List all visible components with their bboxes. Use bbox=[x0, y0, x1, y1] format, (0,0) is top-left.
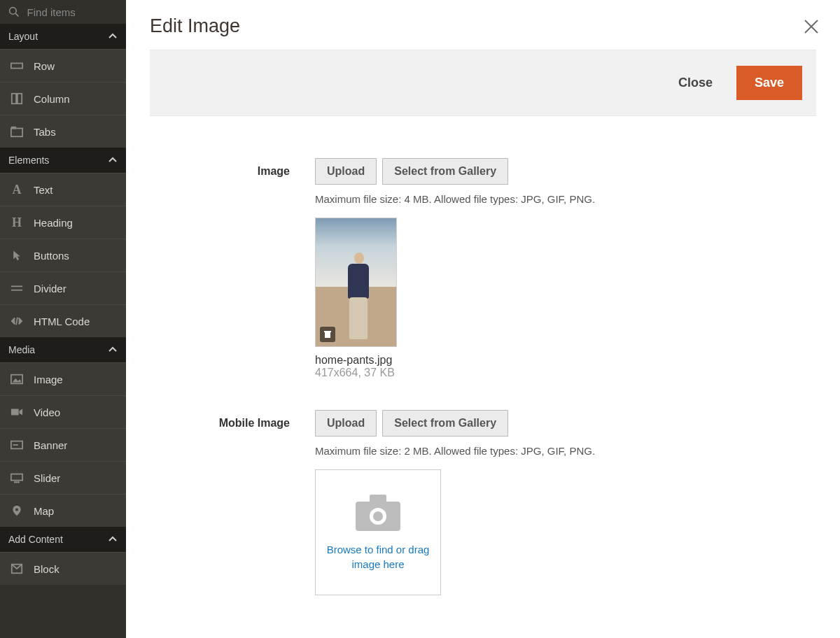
code-icon bbox=[10, 314, 24, 328]
svg-rect-28 bbox=[370, 495, 386, 504]
hint-mobile: Maximum file size: 2 MB. Allowed file ty… bbox=[315, 445, 812, 457]
section-label: Layout bbox=[8, 31, 38, 42]
block-icon bbox=[10, 562, 24, 576]
slider-icon bbox=[10, 471, 24, 485]
sidebar-item-image[interactable]: Image bbox=[0, 362, 126, 395]
chevron-up-icon bbox=[108, 534, 118, 544]
sidebar-item-label: Heading bbox=[34, 217, 73, 229]
close-button[interactable]: Close bbox=[678, 76, 713, 90]
sidebar-item-label: Text bbox=[34, 184, 53, 196]
sidebar-item-label: HTML Code bbox=[34, 316, 90, 327]
section-header-addcontent[interactable]: Add Content bbox=[0, 527, 126, 552]
sidebar-item-block[interactable]: Block bbox=[0, 552, 126, 585]
gallery-button-mobile[interactable]: Select from Gallery bbox=[382, 410, 508, 437]
svg-marker-7 bbox=[13, 251, 20, 261]
sidebar-item-banner[interactable]: Banner bbox=[0, 428, 126, 461]
save-button[interactable]: Save bbox=[736, 66, 802, 100]
cursor-icon bbox=[10, 248, 24, 262]
sidebar-item-tabs[interactable]: Tabs bbox=[0, 115, 126, 148]
svg-point-30 bbox=[373, 511, 383, 521]
delete-image-icon[interactable] bbox=[320, 327, 335, 342]
svg-point-21 bbox=[15, 508, 18, 511]
svg-point-20 bbox=[18, 481, 20, 483]
camera-icon bbox=[354, 493, 402, 534]
svg-rect-6 bbox=[11, 127, 16, 129]
sidebar-item-label: Banner bbox=[34, 439, 67, 451]
form-area: Image Upload Select from Gallery Maximum… bbox=[126, 116, 840, 638]
svg-point-18 bbox=[14, 481, 16, 483]
upload-button-mobile[interactable]: Upload bbox=[315, 410, 377, 437]
sidebar-item-label: Slider bbox=[34, 472, 60, 484]
svg-rect-17 bbox=[11, 474, 22, 481]
sidebar-item-row[interactable]: Row bbox=[0, 49, 126, 82]
map-pin-icon bbox=[10, 504, 24, 518]
close-icon[interactable] bbox=[804, 19, 819, 34]
svg-line-1 bbox=[16, 13, 19, 16]
field-label-image: Image bbox=[154, 158, 315, 379]
panel-title: Edit Image bbox=[150, 15, 240, 37]
section-label: Media bbox=[8, 344, 35, 355]
sidebar-item-map[interactable]: Map bbox=[0, 494, 126, 527]
image-icon bbox=[10, 372, 24, 386]
svg-point-19 bbox=[16, 481, 18, 483]
svg-rect-3 bbox=[12, 94, 16, 104]
file-meta: 417x664, 37 KB bbox=[315, 367, 812, 379]
sidebar-item-label: Block bbox=[34, 563, 59, 575]
dropzone-text: Browse to find or drag image here bbox=[326, 543, 430, 572]
action-bar: Close Save bbox=[150, 50, 816, 116]
search-icon bbox=[8, 5, 20, 19]
sidebar-item-label: Image bbox=[34, 374, 63, 385]
file-name: home-pants.jpg bbox=[315, 354, 812, 367]
divider-icon bbox=[10, 281, 24, 295]
svg-rect-4 bbox=[18, 94, 22, 104]
tabs-icon bbox=[10, 125, 24, 139]
svg-marker-12 bbox=[13, 378, 22, 382]
search-input[interactable] bbox=[27, 6, 118, 18]
section-header-elements[interactable]: Elements bbox=[0, 148, 126, 173]
field-image: Image Upload Select from Gallery Maximum… bbox=[154, 158, 812, 379]
banner-icon bbox=[10, 438, 24, 452]
sidebar-item-label: Column bbox=[34, 93, 70, 105]
section-header-media[interactable]: Media bbox=[0, 337, 126, 362]
hint-image: Maximum file size: 4 MB. Allowed file ty… bbox=[315, 193, 812, 205]
section-header-layout[interactable]: Layout bbox=[0, 24, 126, 49]
heading-icon: H bbox=[10, 215, 24, 229]
sidebar-item-slider[interactable]: Slider bbox=[0, 461, 126, 494]
edit-image-panel: Edit Image Close Save Image Upload Selec… bbox=[126, 0, 840, 638]
sidebar-item-label: Buttons bbox=[34, 250, 69, 262]
video-icon bbox=[10, 405, 24, 419]
svg-line-10 bbox=[16, 318, 18, 325]
sidebar-item-column[interactable]: Column bbox=[0, 82, 126, 115]
gallery-button-image[interactable]: Select from Gallery bbox=[382, 158, 508, 185]
sidebar-item-label: Video bbox=[34, 406, 60, 418]
mobile-dropzone[interactable]: Browse to find or drag image here bbox=[315, 469, 441, 595]
sidebar-item-label: Map bbox=[34, 505, 54, 517]
upload-button-image[interactable]: Upload bbox=[315, 158, 377, 185]
sidebar-item-label: Tabs bbox=[34, 126, 56, 138]
sidebar-item-text[interactable]: A Text bbox=[0, 173, 126, 206]
chevron-up-icon bbox=[108, 155, 118, 165]
chevron-up-icon bbox=[108, 31, 118, 41]
row-icon bbox=[10, 59, 24, 73]
svg-rect-26 bbox=[324, 331, 331, 332]
search-row bbox=[0, 0, 126, 24]
sidebar-item-heading[interactable]: H Heading bbox=[0, 206, 126, 239]
svg-rect-13 bbox=[11, 409, 19, 416]
field-label-mobile: Mobile Image bbox=[154, 410, 315, 595]
sidebar-item-htmlcode[interactable]: HTML Code bbox=[0, 304, 126, 337]
field-mobile-image: Mobile Image Upload Select from Gallery … bbox=[154, 410, 812, 595]
title-row: Edit Image bbox=[126, 0, 840, 50]
sidebar-item-divider[interactable]: Divider bbox=[0, 271, 126, 304]
svg-point-0 bbox=[10, 8, 17, 15]
image-preview[interactable] bbox=[315, 218, 397, 347]
sidebar-item-buttons[interactable]: Buttons bbox=[0, 239, 126, 271]
svg-rect-5 bbox=[11, 129, 22, 137]
section-label: Elements bbox=[8, 155, 49, 166]
sidebar-item-label: Row bbox=[34, 60, 55, 72]
sidebar-item-label: Divider bbox=[34, 283, 66, 295]
section-label: Add Content bbox=[8, 534, 63, 545]
text-icon: A bbox=[10, 183, 24, 197]
svg-rect-16 bbox=[13, 444, 18, 446]
sidebar-item-video[interactable]: Video bbox=[0, 395, 126, 428]
chevron-up-icon bbox=[108, 345, 118, 355]
